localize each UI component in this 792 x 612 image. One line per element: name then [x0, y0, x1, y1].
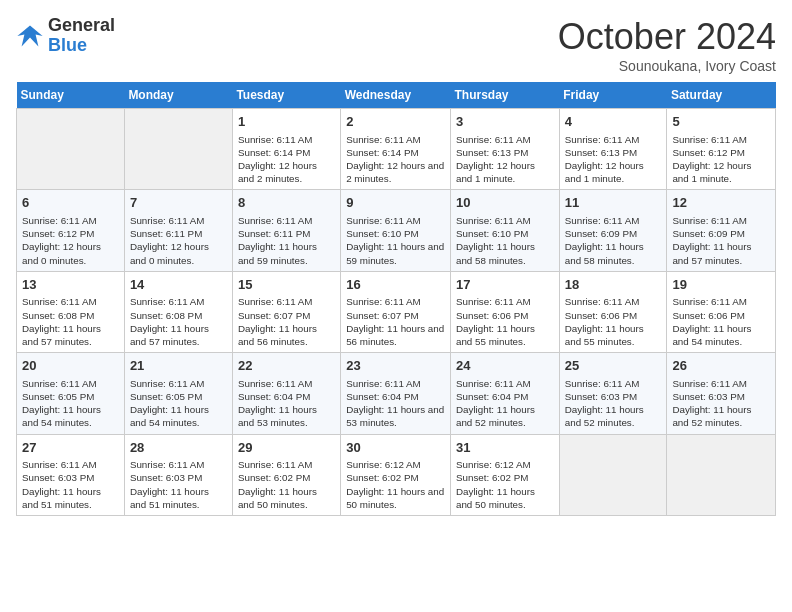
- weekday-header-cell: Monday: [124, 82, 232, 109]
- calendar-day-cell: 15Sunrise: 6:11 AM Sunset: 6:07 PM Dayli…: [232, 271, 340, 352]
- calendar-day-cell: [17, 109, 125, 190]
- calendar-day-cell: 26Sunrise: 6:11 AM Sunset: 6:03 PM Dayli…: [667, 353, 776, 434]
- day-number: 16: [346, 276, 445, 294]
- day-number: 20: [22, 357, 119, 375]
- calendar-day-cell: 20Sunrise: 6:11 AM Sunset: 6:05 PM Dayli…: [17, 353, 125, 434]
- day-info: Sunrise: 6:11 AM Sunset: 6:06 PM Dayligh…: [456, 295, 554, 348]
- weekday-header-row: SundayMondayTuesdayWednesdayThursdayFrid…: [17, 82, 776, 109]
- day-info: Sunrise: 6:11 AM Sunset: 6:03 PM Dayligh…: [130, 458, 227, 511]
- day-number: 9: [346, 194, 445, 212]
- day-info: Sunrise: 6:11 AM Sunset: 6:04 PM Dayligh…: [456, 377, 554, 430]
- day-number: 2: [346, 113, 445, 131]
- day-number: 1: [238, 113, 335, 131]
- calendar-day-cell: 24Sunrise: 6:11 AM Sunset: 6:04 PM Dayli…: [450, 353, 559, 434]
- day-number: 26: [672, 357, 770, 375]
- calendar-week-row: 27Sunrise: 6:11 AM Sunset: 6:03 PM Dayli…: [17, 434, 776, 515]
- day-info: Sunrise: 6:11 AM Sunset: 6:05 PM Dayligh…: [130, 377, 227, 430]
- calendar-day-cell: 13Sunrise: 6:11 AM Sunset: 6:08 PM Dayli…: [17, 271, 125, 352]
- day-info: Sunrise: 6:11 AM Sunset: 6:14 PM Dayligh…: [238, 133, 335, 186]
- calendar-day-cell: 5Sunrise: 6:11 AM Sunset: 6:12 PM Daylig…: [667, 109, 776, 190]
- day-number: 3: [456, 113, 554, 131]
- day-number: 23: [346, 357, 445, 375]
- calendar-day-cell: 16Sunrise: 6:11 AM Sunset: 6:07 PM Dayli…: [341, 271, 451, 352]
- calendar-day-cell: 21Sunrise: 6:11 AM Sunset: 6:05 PM Dayli…: [124, 353, 232, 434]
- day-number: 28: [130, 439, 227, 457]
- calendar-day-cell: 22Sunrise: 6:11 AM Sunset: 6:04 PM Dayli…: [232, 353, 340, 434]
- calendar-day-cell: 23Sunrise: 6:11 AM Sunset: 6:04 PM Dayli…: [341, 353, 451, 434]
- day-number: 24: [456, 357, 554, 375]
- day-info: Sunrise: 6:11 AM Sunset: 6:13 PM Dayligh…: [456, 133, 554, 186]
- calendar-week-row: 13Sunrise: 6:11 AM Sunset: 6:08 PM Dayli…: [17, 271, 776, 352]
- calendar-week-row: 20Sunrise: 6:11 AM Sunset: 6:05 PM Dayli…: [17, 353, 776, 434]
- calendar-day-cell: 7Sunrise: 6:11 AM Sunset: 6:11 PM Daylig…: [124, 190, 232, 271]
- calendar-day-cell: 2Sunrise: 6:11 AM Sunset: 6:14 PM Daylig…: [341, 109, 451, 190]
- day-number: 19: [672, 276, 770, 294]
- day-info: Sunrise: 6:11 AM Sunset: 6:07 PM Dayligh…: [238, 295, 335, 348]
- day-number: 22: [238, 357, 335, 375]
- day-number: 12: [672, 194, 770, 212]
- page-header: General Blue October 2024 Sounoukana, Iv…: [16, 16, 776, 74]
- calendar-table: SundayMondayTuesdayWednesdayThursdayFrid…: [16, 82, 776, 516]
- day-number: 31: [456, 439, 554, 457]
- calendar-day-cell: 8Sunrise: 6:11 AM Sunset: 6:11 PM Daylig…: [232, 190, 340, 271]
- calendar-day-cell: 29Sunrise: 6:11 AM Sunset: 6:02 PM Dayli…: [232, 434, 340, 515]
- calendar-day-cell: 12Sunrise: 6:11 AM Sunset: 6:09 PM Dayli…: [667, 190, 776, 271]
- calendar-day-cell: 6Sunrise: 6:11 AM Sunset: 6:12 PM Daylig…: [17, 190, 125, 271]
- day-info: Sunrise: 6:11 AM Sunset: 6:06 PM Dayligh…: [672, 295, 770, 348]
- calendar-day-cell: 27Sunrise: 6:11 AM Sunset: 6:03 PM Dayli…: [17, 434, 125, 515]
- calendar-day-cell: 19Sunrise: 6:11 AM Sunset: 6:06 PM Dayli…: [667, 271, 776, 352]
- calendar-day-cell: [124, 109, 232, 190]
- day-number: 29: [238, 439, 335, 457]
- calendar-day-cell: 25Sunrise: 6:11 AM Sunset: 6:03 PM Dayli…: [559, 353, 667, 434]
- calendar-day-cell: 17Sunrise: 6:11 AM Sunset: 6:06 PM Dayli…: [450, 271, 559, 352]
- calendar-day-cell: 14Sunrise: 6:11 AM Sunset: 6:08 PM Dayli…: [124, 271, 232, 352]
- day-info: Sunrise: 6:11 AM Sunset: 6:09 PM Dayligh…: [565, 214, 662, 267]
- calendar-day-cell: 3Sunrise: 6:11 AM Sunset: 6:13 PM Daylig…: [450, 109, 559, 190]
- day-info: Sunrise: 6:11 AM Sunset: 6:12 PM Dayligh…: [22, 214, 119, 267]
- day-number: 30: [346, 439, 445, 457]
- calendar-day-cell: [559, 434, 667, 515]
- calendar-body: 1Sunrise: 6:11 AM Sunset: 6:14 PM Daylig…: [17, 109, 776, 516]
- day-info: Sunrise: 6:11 AM Sunset: 6:09 PM Dayligh…: [672, 214, 770, 267]
- day-info: Sunrise: 6:11 AM Sunset: 6:08 PM Dayligh…: [22, 295, 119, 348]
- day-number: 27: [22, 439, 119, 457]
- day-info: Sunrise: 6:11 AM Sunset: 6:11 PM Dayligh…: [238, 214, 335, 267]
- day-info: Sunrise: 6:11 AM Sunset: 6:10 PM Dayligh…: [456, 214, 554, 267]
- calendar-day-cell: 18Sunrise: 6:11 AM Sunset: 6:06 PM Dayli…: [559, 271, 667, 352]
- day-info: Sunrise: 6:11 AM Sunset: 6:14 PM Dayligh…: [346, 133, 445, 186]
- calendar-day-cell: 31Sunrise: 6:12 AM Sunset: 6:02 PM Dayli…: [450, 434, 559, 515]
- month-title: October 2024: [558, 16, 776, 58]
- logo: General Blue: [16, 16, 115, 56]
- day-number: 8: [238, 194, 335, 212]
- day-info: Sunrise: 6:11 AM Sunset: 6:04 PM Dayligh…: [238, 377, 335, 430]
- day-info: Sunrise: 6:11 AM Sunset: 6:06 PM Dayligh…: [565, 295, 662, 348]
- title-block: October 2024 Sounoukana, Ivory Coast: [558, 16, 776, 74]
- logo-text: General Blue: [48, 16, 115, 56]
- day-number: 21: [130, 357, 227, 375]
- day-number: 4: [565, 113, 662, 131]
- day-number: 14: [130, 276, 227, 294]
- day-number: 5: [672, 113, 770, 131]
- weekday-header-cell: Wednesday: [341, 82, 451, 109]
- weekday-header-cell: Thursday: [450, 82, 559, 109]
- day-info: Sunrise: 6:11 AM Sunset: 6:03 PM Dayligh…: [672, 377, 770, 430]
- calendar-week-row: 1Sunrise: 6:11 AM Sunset: 6:14 PM Daylig…: [17, 109, 776, 190]
- calendar-day-cell: 30Sunrise: 6:12 AM Sunset: 6:02 PM Dayli…: [341, 434, 451, 515]
- calendar-day-cell: 4Sunrise: 6:11 AM Sunset: 6:13 PM Daylig…: [559, 109, 667, 190]
- calendar-day-cell: 1Sunrise: 6:11 AM Sunset: 6:14 PM Daylig…: [232, 109, 340, 190]
- day-number: 7: [130, 194, 227, 212]
- day-number: 17: [456, 276, 554, 294]
- logo-icon: [16, 22, 44, 50]
- day-number: 18: [565, 276, 662, 294]
- day-info: Sunrise: 6:11 AM Sunset: 6:02 PM Dayligh…: [238, 458, 335, 511]
- day-number: 25: [565, 357, 662, 375]
- day-info: Sunrise: 6:12 AM Sunset: 6:02 PM Dayligh…: [456, 458, 554, 511]
- weekday-header-cell: Tuesday: [232, 82, 340, 109]
- day-number: 6: [22, 194, 119, 212]
- location-subtitle: Sounoukana, Ivory Coast: [558, 58, 776, 74]
- day-number: 11: [565, 194, 662, 212]
- day-number: 15: [238, 276, 335, 294]
- weekday-header-cell: Saturday: [667, 82, 776, 109]
- day-number: 10: [456, 194, 554, 212]
- calendar-day-cell: [667, 434, 776, 515]
